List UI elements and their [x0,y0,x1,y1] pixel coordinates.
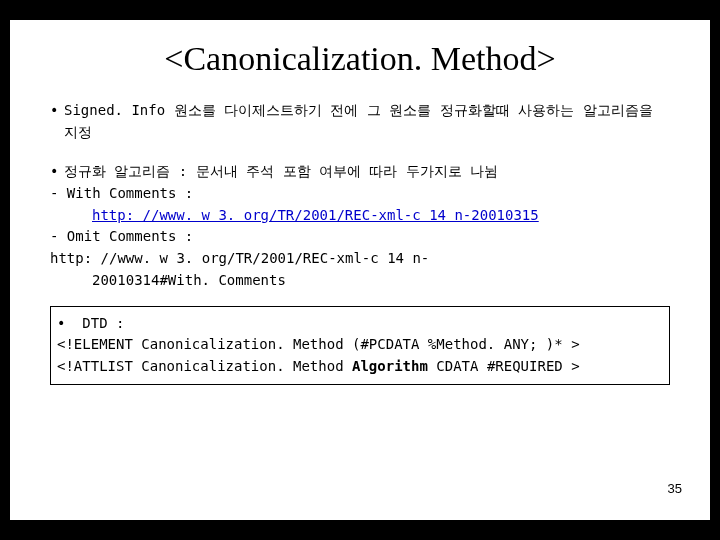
dtd-label-line: • DTD : [57,313,663,335]
page-number: 35 [668,481,682,496]
dtd-attlist-pre: <!ATTLIST Canonicalization. Method [57,358,352,374]
bullet-1: • Signed. Info 원소를 다이제스트하기 전에 그 원소를 정규화할… [50,100,670,143]
with-comments-label: - With Comments : [50,183,670,205]
slide-body: • Signed. Info 원소를 다이제스트하기 전에 그 원소를 정규화할… [50,100,670,385]
dtd-element-line: <!ELEMENT Canonicalization. Method (#PCD… [57,334,663,356]
dtd-attlist-bold: Algorithm [352,358,428,374]
dtd-label: DTD : [82,315,124,331]
bullet-dot-icon: • [57,315,65,331]
with-comments-url: http: //www. w 3. org/TR/2001/REC-xml-c … [50,205,670,227]
bullet-dot-icon: • [50,100,64,143]
bullet-2-text: 정규화 알고리즘 : 문서내 주석 포함 여부에 따라 두가지로 나뉨 [64,161,670,183]
url-link[interactable]: http: //www. w 3. org/TR/2001/REC-xml-c … [92,207,539,223]
bullet-2: • 정규화 알고리즘 : 문서내 주석 포함 여부에 따라 두가지로 나뉨 [50,161,670,183]
dtd-attlist-post: CDATA #REQUIRED > [428,358,580,374]
bullet-dot-icon: • [50,161,64,183]
omit-comments-url-line1: http: //www. w 3. org/TR/2001/REC-xml-c … [50,248,670,270]
dtd-attlist-line: <!ATTLIST Canonicalization. Method Algor… [57,356,663,378]
slide-title: <Canonicalization. Method> [50,40,670,78]
bullet-1-text: Signed. Info 원소를 다이제스트하기 전에 그 원소를 정규화할때 … [64,100,670,143]
omit-comments-url-line2: 20010314#With. Comments [50,270,670,292]
dtd-box: • DTD : <!ELEMENT Canonicalization. Meth… [50,306,670,385]
slide: <Canonicalization. Method> • Signed. Inf… [10,20,710,520]
omit-comments-label: - Omit Comments : [50,226,670,248]
